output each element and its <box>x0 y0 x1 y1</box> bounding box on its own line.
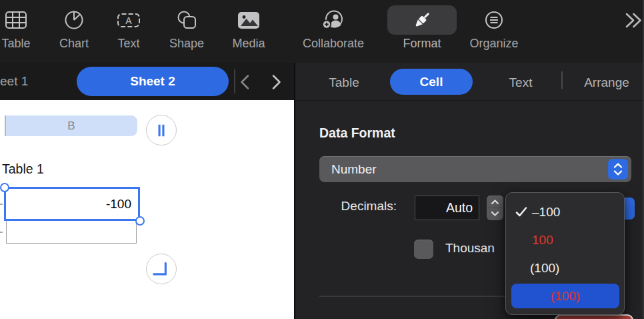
toolbar-label: Text <box>117 37 139 51</box>
inspector-tab-arrange[interactable]: Arrange <box>580 73 633 92</box>
main-toolbar: Table Chart A Text <box>0 0 644 63</box>
stepper-divider <box>488 208 502 208</box>
data-format-heading: Data Format <box>319 125 395 141</box>
organize-icon <box>459 5 529 35</box>
decimals-label: Decimals: <box>330 199 397 214</box>
numbers-window: Table Chart A Text <box>0 0 644 319</box>
toolbar-label: Chart <box>59 37 89 51</box>
toolbar-label: Table <box>1 37 30 51</box>
toolbar-button-collaborate[interactable]: Collaborate <box>293 5 373 60</box>
row-divider-tick <box>0 204 3 205</box>
thousands-separator-label: Thousan <box>445 241 495 256</box>
inspector-tab-divider <box>561 71 563 89</box>
menu-item-paren100[interactable]: (100) <box>506 254 624 282</box>
menu-item-label: (100) <box>551 289 580 304</box>
column-header-label: B <box>67 119 75 133</box>
format-inspector-panel: Table Cell Text Arrange Data Format Numb… <box>294 63 644 319</box>
popup-arrows-icon <box>608 159 628 180</box>
table-title[interactable]: Table 1 <box>2 162 44 177</box>
toolbar-label: Media <box>232 37 265 51</box>
sheet-tab-sheet1[interactable]: eet 1 <box>0 63 28 100</box>
media-icon <box>214 5 283 35</box>
resize-table-handle[interactable] <box>146 254 177 284</box>
double-chevron-right-icon[interactable] <box>624 11 643 29</box>
spreadsheet-canvas: B Table 1 -100 <box>0 100 294 319</box>
inspector-tab-table[interactable]: Table <box>317 73 371 92</box>
sheet-tab-sheet2-active[interactable]: Sheet 2 <box>77 67 229 96</box>
selection-handle-bottom-right[interactable] <box>135 216 145 226</box>
toolbar-button-organize[interactable]: Organize <box>457 5 531 60</box>
dropdown-value: Number <box>331 156 377 182</box>
section-divider <box>319 296 507 297</box>
corner-bracket-icon <box>147 254 176 284</box>
checkmark-icon <box>515 206 527 218</box>
menu-item-label: (100) <box>530 261 559 275</box>
svg-text:A: A <box>125 15 132 26</box>
decimals-value: Auto <box>446 196 473 220</box>
decimals-field[interactable]: Auto <box>415 196 479 220</box>
partial-control-bottom <box>555 314 633 319</box>
selection-handle-top-left[interactable] <box>0 183 9 192</box>
toolbar-label: Collaborate <box>303 37 364 51</box>
inspector-tab-text[interactable]: Text <box>494 73 547 92</box>
menu-item-label: 100 <box>532 233 553 247</box>
collaborate-icon <box>299 5 368 35</box>
data-format-dropdown[interactable]: Number <box>319 156 631 182</box>
menu-item-red100[interactable]: 100 <box>506 226 624 254</box>
toolbar-label: Organize <box>469 37 518 51</box>
toolbar-label: Shape <box>169 37 204 51</box>
inspector-tab-cell-active[interactable]: Cell <box>390 69 473 95</box>
format-brush-icon <box>387 5 457 35</box>
shape-icon <box>152 5 221 35</box>
menu-item-red-paren100-highlighted[interactable]: (100) <box>511 284 619 308</box>
cell-b2[interactable] <box>6 221 137 244</box>
menu-item-minus100[interactable]: –100 <box>506 198 624 226</box>
cell-value: -100 <box>106 189 131 219</box>
toolbar-label: Format <box>403 37 441 51</box>
negative-number-style-menu: –100 100 (100) (100) <box>505 192 625 315</box>
add-column-handle[interactable] <box>146 115 177 145</box>
row-divider-tick <box>0 232 3 233</box>
pause-bars-icon <box>147 115 176 145</box>
chevron-left-icon[interactable] <box>237 73 253 91</box>
menu-item-label: –100 <box>532 205 560 219</box>
sheet-tab-bar: eet 1 Sheet 2 <box>0 63 294 100</box>
column-header-b[interactable]: B <box>6 115 137 136</box>
toolbar-button-format[interactable]: Format <box>385 5 459 60</box>
inspector-tab-label: Cell <box>420 75 443 89</box>
inspector-tabbar-divider <box>295 100 644 101</box>
decimals-stepper[interactable] <box>487 196 503 220</box>
thousands-separator-checkbox[interactable] <box>414 240 433 259</box>
chevron-right-icon[interactable] <box>268 73 284 91</box>
sheet-bar-divider <box>234 69 235 93</box>
sheet-tab-label: Sheet 2 <box>130 74 175 89</box>
selected-cell-b1[interactable]: -100 <box>4 187 140 221</box>
toolbar-button-media[interactable]: Media <box>212 5 285 60</box>
